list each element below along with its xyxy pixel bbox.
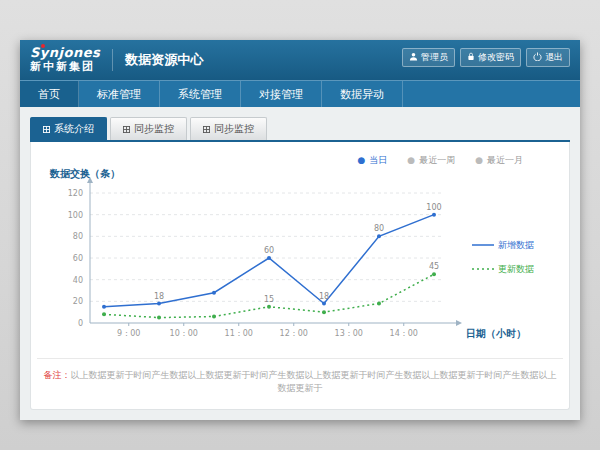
nav-item-label: 首页 [38,87,60,102]
remark-label: 备注： [44,370,71,380]
user-icon [409,52,418,63]
nav-item-standard-mgmt[interactable]: 标准管理 [79,81,160,107]
svg-text:60: 60 [73,254,83,263]
grid-icon [43,124,50,135]
nav-item-interface-mgmt[interactable]: 对接管理 [241,81,322,107]
svg-text:13：00: 13：00 [335,329,363,338]
user-actions: 管理员 修改密码 退出 [402,48,570,67]
tab-label: 同步监控 [134,122,174,136]
nav-item-system-mgmt[interactable]: 系统管理 [160,81,241,107]
power-icon [533,52,542,63]
logout-button-label: 退出 [545,51,563,64]
brand-name: Synjones [30,46,100,61]
svg-text:9：00: 9：00 [117,329,140,338]
remark-text: 以上数据更新于时间产生数据以上数据更新于时间产生数据以上数据更新于时间产生数据以… [71,370,557,393]
svg-text:100: 100 [426,202,441,211]
svg-text:120: 120 [68,189,83,198]
nav-item-home[interactable]: 首页 [20,81,79,107]
chart-panel: ● 当日 ● 最近一周 ● 最近一月 0204060801001209：0010… [30,142,570,410]
brand-logo: Synjones 新中新集团 [30,46,100,74]
svg-text:45: 45 [429,262,439,271]
tab-system-intro[interactable]: 系统介绍 [30,117,107,140]
svg-text:更新数据: 更新数据 [498,264,534,274]
nav-item-label: 系统管理 [178,87,222,102]
desktop-background: Synjones 新中新集团 数据资源中心 管理员 修改密码 [0,0,600,450]
svg-text:15: 15 [264,294,274,303]
svg-text:20: 20 [73,297,83,306]
svg-text:14：00: 14：00 [390,329,418,338]
svg-text:100: 100 [68,210,83,219]
svg-text:80: 80 [73,232,83,241]
change-password-button[interactable]: 修改密码 [460,48,521,67]
logout-button[interactable]: 退出 [526,48,570,67]
nav-item-label: 数据异动 [340,87,384,102]
grid-icon [203,124,210,135]
data-exchange-line-chart: 0204060801001209：0010：0011：0012：0013：001… [42,163,558,363]
tab-label: 系统介绍 [54,122,94,136]
remark-note: 备注：以上数据更新于时间产生数据以上数据更新于时间产生数据以上数据更新于时间产生… [37,358,563,409]
svg-text:0: 0 [78,319,83,328]
svg-text:数据交换（条）: 数据交换（条） [49,168,120,179]
tab-sync-monitor-2[interactable]: 同步监控 [190,117,267,140]
svg-text:12：00: 12：00 [280,329,308,338]
app-header: Synjones 新中新集团 数据资源中心 管理员 修改密码 [20,40,580,80]
company-name: 新中新集团 [30,61,100,74]
lock-icon [467,52,475,63]
svg-text:18: 18 [154,291,164,300]
change-password-button-label: 修改密码 [478,51,514,64]
svg-text:10：00: 10：00 [170,329,198,338]
main-nav: 首页 标准管理 系统管理 对接管理 数据异动 [20,80,580,107]
svg-text:80: 80 [374,224,384,233]
tab-sync-monitor-1[interactable]: 同步监控 [110,117,187,140]
svg-text:日期（小时）: 日期（小时） [466,328,526,339]
nav-item-data-change[interactable]: 数据异动 [322,81,403,107]
grid-icon [123,124,130,135]
tab-bar: 系统介绍 同步监控 同步监控 [30,117,570,142]
tab-label: 同步监控 [214,122,254,136]
svg-text:11：00: 11：00 [225,329,253,338]
svg-text:新增数据: 新增数据 [498,240,534,250]
svg-text:40: 40 [73,275,83,284]
nav-item-label: 对接管理 [259,87,303,102]
svg-text:60: 60 [264,246,274,255]
svg-text:18: 18 [319,291,329,300]
nav-item-label: 标准管理 [97,87,141,102]
admin-button[interactable]: 管理员 [402,48,455,67]
page-title: 数据资源中心 [125,51,203,69]
line-chart: 0204060801001209：0010：0011：0012：0013：001… [37,167,563,358]
header-divider [112,49,113,71]
content-area: 系统介绍 同步监控 同步监控 ● [20,107,580,420]
app-window: Synjones 新中新集团 数据资源中心 管理员 修改密码 [20,40,580,420]
admin-button-label: 管理员 [421,51,448,64]
